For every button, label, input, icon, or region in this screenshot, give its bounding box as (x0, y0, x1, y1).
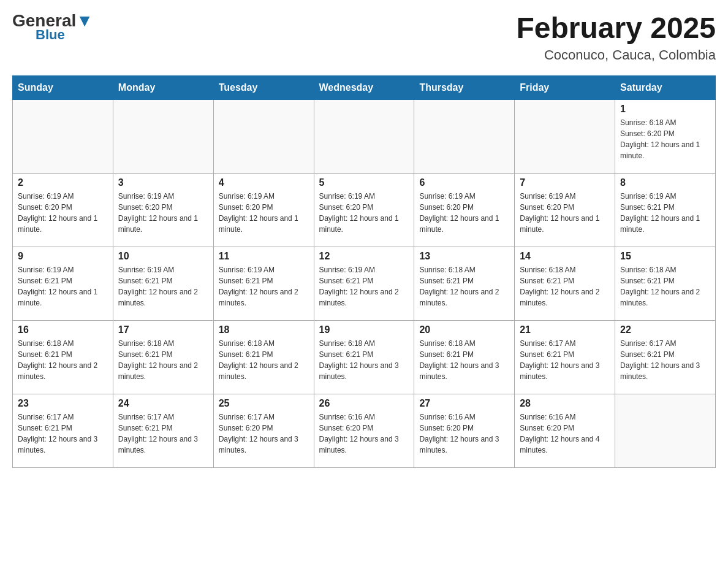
day-number: 2 (18, 177, 108, 188)
day-info: Sunrise: 6:18 AMSunset: 6:21 PMDaylight:… (620, 264, 710, 308)
day-number: 8 (620, 177, 710, 188)
col-wednesday: Wednesday (314, 75, 414, 99)
table-row: 26Sunrise: 6:16 AMSunset: 6:20 PMDayligh… (314, 394, 414, 467)
month-title: February 2025 (516, 12, 716, 45)
calendar-week-2: 2Sunrise: 6:19 AMSunset: 6:20 PMDaylight… (13, 173, 716, 247)
title-block: February 2025 Coconuco, Cauca, Colombia (516, 12, 716, 63)
logo-triangle-icon: ▼ (76, 11, 93, 30)
day-number: 12 (319, 251, 409, 262)
table-row: 25Sunrise: 6:17 AMSunset: 6:20 PMDayligh… (213, 394, 314, 467)
table-row: 20Sunrise: 6:18 AMSunset: 6:21 PMDayligh… (414, 320, 515, 394)
calendar-week-1: 1Sunrise: 6:18 AMSunset: 6:20 PMDaylight… (13, 99, 716, 173)
col-tuesday: Tuesday (213, 75, 314, 99)
day-number: 11 (219, 251, 309, 262)
calendar-week-5: 23Sunrise: 6:17 AMSunset: 6:21 PMDayligh… (13, 394, 716, 467)
table-row: 12Sunrise: 6:19 AMSunset: 6:21 PMDayligh… (314, 247, 414, 320)
day-info: Sunrise: 6:19 AMSunset: 6:21 PMDaylight:… (319, 264, 409, 308)
table-row (13, 99, 113, 173)
day-number: 19 (319, 324, 409, 335)
table-row: 16Sunrise: 6:18 AMSunset: 6:21 PMDayligh… (13, 320, 113, 394)
table-row: 18Sunrise: 6:18 AMSunset: 6:21 PMDayligh… (213, 320, 314, 394)
day-info: Sunrise: 6:16 AMSunset: 6:20 PMDaylight:… (319, 412, 409, 456)
table-row: 7Sunrise: 6:19 AMSunset: 6:20 PMDaylight… (515, 173, 615, 247)
calendar-week-3: 9Sunrise: 6:19 AMSunset: 6:21 PMDaylight… (13, 247, 716, 320)
table-row (113, 99, 213, 173)
logo: General▼ Blue (12, 12, 93, 43)
day-number: 5 (319, 177, 409, 188)
day-info: Sunrise: 6:18 AMSunset: 6:21 PMDaylight:… (419, 338, 509, 382)
day-info: Sunrise: 6:18 AMSunset: 6:21 PMDaylight:… (419, 264, 509, 308)
day-info: Sunrise: 6:19 AMSunset: 6:20 PMDaylight:… (219, 191, 309, 235)
table-row: 11Sunrise: 6:19 AMSunset: 6:21 PMDayligh… (213, 247, 314, 320)
day-number: 22 (620, 324, 710, 335)
table-row: 17Sunrise: 6:18 AMSunset: 6:21 PMDayligh… (113, 320, 213, 394)
table-row: 23Sunrise: 6:17 AMSunset: 6:21 PMDayligh… (13, 394, 113, 467)
table-row: 24Sunrise: 6:17 AMSunset: 6:21 PMDayligh… (113, 394, 213, 467)
table-row (314, 99, 414, 173)
day-info: Sunrise: 6:18 AMSunset: 6:21 PMDaylight:… (18, 338, 108, 382)
day-info: Sunrise: 6:17 AMSunset: 6:20 PMDaylight:… (219, 412, 309, 456)
table-row: 4Sunrise: 6:19 AMSunset: 6:20 PMDaylight… (213, 173, 314, 247)
calendar-header-row: Sunday Monday Tuesday Wednesday Thursday… (13, 75, 716, 99)
day-info: Sunrise: 6:16 AMSunset: 6:20 PMDaylight:… (520, 412, 610, 456)
day-info: Sunrise: 6:19 AMSunset: 6:20 PMDaylight:… (419, 191, 509, 235)
day-info: Sunrise: 6:19 AMSunset: 6:20 PMDaylight:… (319, 191, 409, 235)
calendar-week-4: 16Sunrise: 6:18 AMSunset: 6:21 PMDayligh… (13, 320, 716, 394)
day-number: 1 (620, 104, 710, 115)
day-number: 3 (118, 177, 208, 188)
col-sunday: Sunday (13, 75, 113, 99)
day-info: Sunrise: 6:17 AMSunset: 6:21 PMDaylight:… (520, 338, 610, 382)
table-row: 14Sunrise: 6:18 AMSunset: 6:21 PMDayligh… (515, 247, 615, 320)
table-row: 28Sunrise: 6:16 AMSunset: 6:20 PMDayligh… (515, 394, 615, 467)
day-number: 17 (118, 324, 208, 335)
table-row: 3Sunrise: 6:19 AMSunset: 6:20 PMDaylight… (113, 173, 213, 247)
day-info: Sunrise: 6:18 AMSunset: 6:21 PMDaylight:… (118, 338, 208, 382)
table-row: 27Sunrise: 6:16 AMSunset: 6:20 PMDayligh… (414, 394, 515, 467)
logo-blue-text: Blue (36, 27, 65, 43)
day-number: 9 (18, 251, 108, 262)
day-info: Sunrise: 6:19 AMSunset: 6:20 PMDaylight:… (520, 191, 610, 235)
table-row (213, 99, 314, 173)
day-number: 16 (18, 324, 108, 335)
table-row: 5Sunrise: 6:19 AMSunset: 6:20 PMDaylight… (314, 173, 414, 247)
day-number: 27 (419, 398, 509, 409)
day-info: Sunrise: 6:19 AMSunset: 6:21 PMDaylight:… (18, 264, 108, 308)
day-number: 21 (520, 324, 610, 335)
day-info: Sunrise: 6:16 AMSunset: 6:20 PMDaylight:… (419, 412, 509, 456)
table-row: 21Sunrise: 6:17 AMSunset: 6:21 PMDayligh… (515, 320, 615, 394)
day-number: 7 (520, 177, 610, 188)
day-info: Sunrise: 6:17 AMSunset: 6:21 PMDaylight:… (620, 338, 710, 382)
location-title: Coconuco, Cauca, Colombia (516, 47, 716, 63)
table-row: 22Sunrise: 6:17 AMSunset: 6:21 PMDayligh… (615, 320, 716, 394)
table-row: 2Sunrise: 6:19 AMSunset: 6:20 PMDaylight… (13, 173, 113, 247)
table-row: 8Sunrise: 6:19 AMSunset: 6:21 PMDaylight… (615, 173, 716, 247)
day-info: Sunrise: 6:18 AMSunset: 6:20 PMDaylight:… (620, 117, 710, 161)
col-thursday: Thursday (414, 75, 515, 99)
day-number: 23 (18, 398, 108, 409)
table-row: 1Sunrise: 6:18 AMSunset: 6:20 PMDaylight… (615, 99, 716, 173)
col-monday: Monday (113, 75, 213, 99)
page-header: General▼ Blue February 2025 Coconuco, Ca… (12, 12, 716, 63)
col-saturday: Saturday (615, 75, 716, 99)
day-info: Sunrise: 6:18 AMSunset: 6:21 PMDaylight:… (319, 338, 409, 382)
table-row (414, 99, 515, 173)
day-info: Sunrise: 6:18 AMSunset: 6:21 PMDaylight:… (219, 338, 309, 382)
day-number: 26 (319, 398, 409, 409)
day-info: Sunrise: 6:19 AMSunset: 6:21 PMDaylight:… (219, 264, 309, 308)
day-number: 4 (219, 177, 309, 188)
day-number: 18 (219, 324, 309, 335)
table-row: 6Sunrise: 6:19 AMSunset: 6:20 PMDaylight… (414, 173, 515, 247)
table-row (515, 99, 615, 173)
table-row: 13Sunrise: 6:18 AMSunset: 6:21 PMDayligh… (414, 247, 515, 320)
col-friday: Friday (515, 75, 615, 99)
table-row: 19Sunrise: 6:18 AMSunset: 6:21 PMDayligh… (314, 320, 414, 394)
day-info: Sunrise: 6:18 AMSunset: 6:21 PMDaylight:… (520, 264, 610, 308)
day-number: 28 (520, 398, 610, 409)
day-number: 13 (419, 251, 509, 262)
day-info: Sunrise: 6:19 AMSunset: 6:21 PMDaylight:… (118, 264, 208, 308)
day-number: 14 (520, 251, 610, 262)
table-row: 15Sunrise: 6:18 AMSunset: 6:21 PMDayligh… (615, 247, 716, 320)
day-number: 10 (118, 251, 208, 262)
day-number: 24 (118, 398, 208, 409)
table-row (615, 394, 716, 467)
